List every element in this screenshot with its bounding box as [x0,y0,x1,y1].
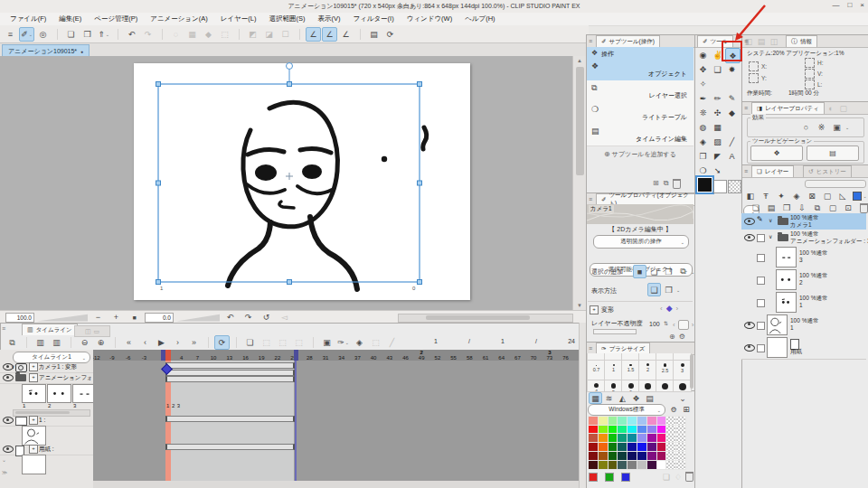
collapse-caret-icon[interactable]: ∨ [11,363,14,370]
timeline-grid[interactable]: -12-9-6-31471013161922252831343740434649… [93,350,579,488]
color-swatch[interactable] [675,460,686,470]
layer-checkbox[interactable] [757,299,765,307]
draft-layer-icon[interactable]: Ŧ [759,190,773,202]
expand-selection-icon[interactable]: ⬚ [217,27,232,42]
layer-tab[interactable]: ❏レイヤー [751,165,794,177]
apply-mask-icon[interactable]: ⊡ [841,202,855,214]
visibility-eye-icon[interactable] [744,322,755,329]
recent-color-swatch[interactable] [605,473,614,482]
maximize-button[interactable]: □ [847,1,852,9]
add-keyframe-icon[interactable]: ◈ [352,335,367,350]
menu-item[interactable]: 編集(E) [52,14,88,23]
layer-opacity-slider[interactable] [805,180,866,188]
canvas-vscrollbar[interactable]: ▲ ▼ [572,56,587,310]
set-as-reference-icon[interactable]: ▢ [820,190,835,202]
camera-keyframe-lane2[interactable] [165,370,295,376]
next-arrow-icon[interactable]: › [676,305,679,313]
tool-gradient-map[interactable]: ▨ [711,135,724,148]
canvas-hscrollbar[interactable] [398,314,573,323]
layer-color-swatch-icon[interactable]: ⌄ [851,190,868,202]
menu-item[interactable]: ファイル(F) [4,14,52,23]
subtool-panel-tab[interactable]: ✐サブツール(操作) [596,35,660,47]
nav-object-tool-button[interactable]: ❖ [750,145,803,161]
menu-item[interactable]: レイヤー(L) [214,14,263,23]
brush-size-cell[interactable]: 3 [673,360,692,380]
tool-decoration[interactable]: ✣ [711,106,724,119]
new-animation-cel-icon[interactable]: ❏ [242,335,258,350]
paper-thumbnail[interactable] [22,455,46,474]
reference-circle-icon[interactable]: ◎ [35,27,51,42]
zoom-value[interactable]: 100.0 [5,313,34,323]
snap-special-ruler-icon[interactable]: ∠ [322,27,337,42]
visibility-eye-icon[interactable] [744,344,755,352]
keyframe-interp-icon[interactable]: ⬚ [368,335,383,350]
animation-cels-tab-icon[interactable]: ◐ [825,102,837,114]
loop-play-icon[interactable]: ⟳ [214,335,230,350]
canvas-tab[interactable]: アニメーション109015* ● [2,44,90,57]
add-subtool-button[interactable]: ⊕ サブツールを追加する [587,150,693,159]
timeline-panel-menu-icon[interactable]: ≡ [2,325,5,332]
layer-checkbox[interactable] [757,277,765,285]
tool-text[interactable]: A [725,149,739,163]
range-end-marker[interactable] [294,350,298,361]
layer-checkbox[interactable] [757,322,765,330]
subtool-item-light-table[interactable]: ❍ライトテーブル [587,102,693,125]
color-set-dropdown[interactable]: Windows標準⌄ [588,404,665,416]
visibility-eye-icon[interactable] [3,446,14,453]
tool-pen[interactable]: ✒ [696,91,710,105]
keyframe-box-icon[interactable] [678,320,689,330]
brush-size-cell[interactable]: 0.7 [587,360,606,380]
new-vector-layer-icon[interactable]: ▤ [764,202,778,214]
menu-item[interactable]: フィルター(I) [346,14,400,23]
tool-eraser[interactable]: ◆ [725,106,739,119]
recent-color-swatch[interactable] [621,473,630,482]
brush-size-cell[interactable]: 6 [621,380,640,392]
layer-row[interactable]: 100 %通常3 [741,246,866,269]
onion-skin-icon[interactable]: ▣ [319,335,335,350]
brush-size-cell[interactable]: 2.5 [656,360,675,380]
export-icon[interactable]: ⇑⌄ [96,27,111,42]
undo-icon[interactable]: ↶ [124,27,139,42]
layer-thumbnail[interactable] [767,314,788,335]
display-launcher-icon[interactable]: ❑ [647,283,661,296]
subtool-item-object[interactable]: ❖オブジェクト [587,59,693,81]
new-timeline-icon[interactable]: ▥ [49,335,64,350]
crop-icon[interactable]: ◩ [245,27,260,42]
tool-blend[interactable]: ◍ [696,120,710,134]
expand-icon[interactable]: + [29,445,38,454]
collapse-caret-icon[interactable]: ∨ [769,217,772,223]
layer-thumbnail[interactable] [776,247,797,267]
tool-operation-object[interactable]: ❖ [725,48,741,63]
layer1-thumbnail[interactable] [22,426,46,446]
layer-row[interactable]: 用紙 [741,336,866,360]
select-add-icon[interactable]: ❏ [647,265,661,278]
add-icon[interactable]: ⊕ [669,333,675,341]
tone-effect-icon[interactable]: ※ [815,121,828,134]
border-effect-icon[interactable]: ○ [799,121,813,134]
layer-panel-menu-icon[interactable]: ≡ [744,168,750,174]
brush-size-cell[interactable]: 5 [604,380,623,392]
prev-frame-icon[interactable]: ‹ [137,335,153,350]
color-set-tab-icon[interactable]: ▤ [643,392,656,404]
main-color-swatch[interactable] [697,177,712,192]
item-bank-tab-icon[interactable]: ◫ [768,35,780,47]
timeline-zoom-out-icon[interactable]: ⊖ [77,335,92,350]
delete-subtool-icon[interactable] [673,179,681,189]
layer-row[interactable]: ✎∨100 %通常カメラ1 [741,213,866,230]
create-mask-icon[interactable]: ▢ [826,202,840,214]
tool-zoom[interactable]: ◉ [696,48,710,61]
next-frame-icon[interactable]: › [170,335,185,350]
cel-thumbnail[interactable] [47,384,71,403]
toolprop-panel-menu-icon[interactable]: ≡ [589,196,595,202]
subtool-panel-menu-icon[interactable]: ≡ [589,38,595,44]
mask-icon[interactable]: ◪ [261,27,277,42]
subtool-item-timeline-edit[interactable]: ▤タイムライン編集 [587,124,693,146]
workspace-layout-icon[interactable]: ▤ [366,27,382,42]
timeline-track-layer1[interactable]: +1 : [0,415,93,427]
range-start-marker[interactable] [161,350,165,361]
color-set-tab-icon[interactable]: ❖ [629,392,643,404]
prev-arrow-icon[interactable]: ‹ [673,321,675,329]
timeline-cel-number[interactable]: 3 [177,403,180,408]
transparent-color-swatch[interactable] [728,180,741,193]
brush-size-cell[interactable]: 2 [638,360,657,380]
